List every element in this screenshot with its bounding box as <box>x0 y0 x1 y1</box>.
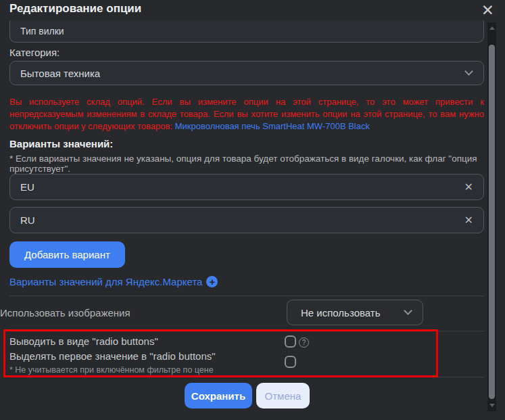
cancel-button[interactable]: Отмена <box>256 383 310 409</box>
option-name-field <box>9 20 484 43</box>
radio-buttons-checkbox[interactable] <box>285 335 296 348</box>
scrollbar[interactable] <box>487 22 496 411</box>
save-button[interactable]: Сохранить <box>185 383 252 409</box>
variant-row: ✕ <box>9 174 484 200</box>
remove-variant-icon[interactable]: ✕ <box>464 208 473 233</box>
scrollbar-thumb[interactable] <box>489 45 495 399</box>
yandex-market-link[interactable]: Варианты значений для Яндекс.Маркета <box>9 276 202 287</box>
stock-warning-text: Вы используете склад опций. Если вы изме… <box>9 96 484 133</box>
close-icon[interactable]: ✕ <box>481 0 494 20</box>
variants-heading: Варианты значений: <box>9 138 113 149</box>
edit-option-dialog: Редактирование опции ✕ Категория: Бытова… <box>0 0 505 420</box>
question-mark-icon[interactable]: ? <box>299 337 309 348</box>
use-images-selected-value: Не использовать <box>287 307 380 319</box>
scroll-up-icon[interactable] <box>489 26 495 30</box>
variant-input-1[interactable] <box>10 174 483 200</box>
use-images-select[interactable]: Не использовать <box>287 300 423 325</box>
yandex-market-row: Варианты значений для Яндекс.Маркета + <box>9 276 218 287</box>
highlight-first-value-label: Выделять первое значение в "radio button… <box>9 350 216 362</box>
chevron-down-icon <box>464 67 473 76</box>
variant-row: ✕ <box>9 207 484 233</box>
price-filter-note: * Не учитывается при включённом фильтре … <box>9 365 214 375</box>
category-selected-value: Бытовая техника <box>10 68 100 79</box>
use-images-label: Использовать изображения <box>0 307 130 319</box>
option-name-input[interactable] <box>10 20 483 42</box>
divider <box>9 377 484 377</box>
highlight-first-value-checkbox[interactable] <box>285 356 296 368</box>
plus-icon[interactable]: + <box>206 276 218 287</box>
category-select[interactable]: Бытовая техника <box>9 61 484 85</box>
radio-buttons-label: Выводить в виде "radio buttons" <box>9 335 158 347</box>
remove-variant-icon[interactable]: ✕ <box>464 174 473 200</box>
divider <box>9 296 484 296</box>
category-label: Категория: <box>9 47 59 58</box>
chevron-down-icon <box>404 306 412 315</box>
variants-note: * Если варианты значения не указаны, опц… <box>9 154 505 174</box>
divider <box>9 331 484 331</box>
add-variant-button[interactable]: Добавить вариант <box>9 241 125 268</box>
product-link[interactable]: Микроволновая печь SmartHeat MW-700B Bla… <box>175 121 370 131</box>
variant-input-2[interactable] <box>10 208 483 233</box>
scroll-down-icon[interactable] <box>489 404 495 407</box>
dialog-title: Редактирование опции <box>9 2 141 16</box>
